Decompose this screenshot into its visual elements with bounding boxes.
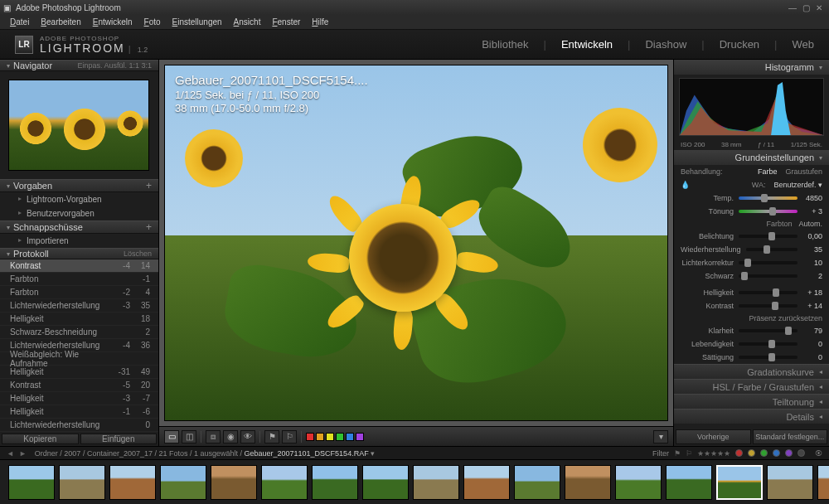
module-drucken[interactable]: Drucken (720, 38, 759, 51)
histogram-display[interactable] (679, 78, 824, 136)
maximize-icon[interactable]: ▢ (799, 3, 812, 12)
filter-star-icon[interactable]: ★★★★★ (697, 449, 730, 458)
panel-header-collapsed[interactable]: Teiltonung◂ (674, 394, 829, 409)
filmstrip[interactable] (0, 459, 829, 504)
navigator-zoom-options[interactable]: Einpas. Ausfül. 1:1 3:1 (77, 61, 152, 70)
color-label-swatch[interactable] (356, 433, 364, 441)
slider-helligkeit[interactable]: Helligkeit+ 18 (674, 286, 829, 299)
filmstrip-thumb[interactable] (8, 465, 55, 500)
histogram-header[interactable]: Histogramm▾ (674, 60, 829, 75)
slider-kontrast[interactable]: Kontrast+ 14 (674, 299, 829, 313)
minimize-icon[interactable]: — (786, 3, 799, 12)
module-bibliothek[interactable]: Bibliothek (482, 38, 528, 51)
compare-view-icon[interactable]: ◫ (182, 430, 196, 443)
color-label-swatch[interactable] (346, 433, 354, 441)
list-item[interactable]: Benutzervorgaben (0, 206, 158, 220)
menu-fenster[interactable]: Fenster (267, 16, 305, 28)
history-header[interactable]: ▾ Protokoll Löschen (0, 248, 158, 259)
slider-lichterkorrektur[interactable]: Lichterkorrektur10 (674, 256, 829, 269)
slider-schwarz[interactable]: Schwarz2 (674, 269, 829, 283)
history-row[interactable]: Lichterwiederherstellung0 (0, 419, 158, 432)
module-entwickeln[interactable]: Entwickeln (561, 38, 613, 51)
history-row[interactable]: Weißabgleich: Wie Aufnahme (0, 352, 158, 366)
filmstrip-thumb[interactable] (413, 465, 459, 500)
filmstrip-thumb[interactable] (817, 465, 829, 500)
filter-green[interactable] (760, 449, 768, 457)
filter-purple[interactable] (785, 449, 793, 457)
plus-icon[interactable]: + (146, 221, 152, 233)
filter-flag-icon[interactable]: ⚑ (674, 449, 681, 458)
menu-bearbeiten[interactable]: Bearbeiten (36, 16, 85, 28)
filmstrip-thumb[interactable] (109, 465, 156, 500)
menu-hilfe[interactable]: Hilfe (307, 16, 333, 28)
close-icon[interactable]: ✕ (812, 3, 826, 12)
filmstrip-thumb[interactable] (514, 465, 560, 500)
navigator-thumbnail[interactable] (0, 71, 158, 179)
filmstrip-thumb[interactable] (261, 465, 308, 500)
spot-icon[interactable]: ◉ (223, 430, 238, 443)
list-item[interactable]: Lightroom-Vorgaben (0, 192, 158, 206)
history-row[interactable]: Helligkeit-1-6 (0, 405, 158, 419)
history-row[interactable]: Helligkeit-3149 (0, 366, 158, 379)
slider-wiederherstellung[interactable]: Wiederherstellung35 (674, 243, 829, 256)
slider-klarheit[interactable]: Klarheit79 (674, 324, 829, 337)
menu-datei[interactable]: Datei (5, 16, 34, 28)
flag-icon[interactable]: ⚑ (264, 430, 279, 443)
history-clear[interactable]: Löschen (124, 250, 152, 258)
menu-einstellungen[interactable]: Einstellungen (167, 16, 227, 28)
history-row[interactable]: Kontrast-520 (0, 379, 158, 392)
history-row[interactable]: Helligkeit-3-7 (0, 392, 158, 405)
history-row[interactable]: Helligkeit18 (0, 313, 158, 326)
menu-ansicht[interactable]: Ansicht (229, 16, 266, 28)
basic-header[interactable]: Grundeinstellungen▾ (674, 150, 829, 165)
presence-reset[interactable]: Präsenz zurücksetzen (749, 314, 822, 322)
filmstrip-thumb[interactable] (211, 465, 257, 500)
reject-icon[interactable]: ⚐ (282, 430, 297, 443)
filter-flag-icon[interactable]: ⚐ (686, 449, 692, 458)
filmstrip-thumb[interactable] (767, 465, 813, 500)
temp-slider[interactable]: Temp.4850 (674, 191, 829, 205)
treatment-color[interactable]: Farbe (758, 167, 778, 176)
breadcrumb-path[interactable]: Ordner / 2007 / Container_2007_17 / 21 F… (35, 449, 242, 458)
presets-header[interactable]: ▾ Vorgaben + (0, 179, 158, 192)
slider-belichtung[interactable]: Belichtung0,00 (674, 230, 829, 243)
main-photo[interactable]: Gebauer_20071101_DSCF5154.... 1/125 Sek.… (164, 65, 668, 421)
history-row[interactable]: Farbton-1 (0, 273, 158, 286)
menu-entwickeln[interactable]: Entwickeln (88, 16, 138, 28)
slider-lebendigkeit[interactable]: Lebendigkeit0 (674, 337, 829, 351)
breadcrumb-file[interactable]: Gebauer_20071101_DSCF5154.RAF (245, 449, 369, 458)
redeye-icon[interactable]: 👁 (240, 430, 255, 443)
history-row[interactable]: Farbton-24 (0, 286, 158, 299)
panel-header-collapsed[interactable]: HSL / Farbe / Graustufen◂ (674, 379, 829, 394)
plus-icon[interactable]: + (146, 180, 152, 191)
auto-tone-button[interactable]: Autom. (798, 220, 822, 228)
previous-button[interactable]: Vorherige (676, 429, 751, 444)
module-web[interactable]: Web (793, 38, 815, 51)
module-diashow[interactable]: Diashow (645, 38, 686, 51)
tint-slider[interactable]: Tönung+ 3 (674, 205, 829, 218)
reset-button[interactable]: Standard festlegen... (753, 429, 828, 444)
color-label-swatch[interactable] (326, 433, 334, 441)
loupe-view-icon[interactable]: ▭ (164, 430, 179, 443)
filmstrip-thumb[interactable] (716, 465, 763, 500)
color-label-swatch[interactable] (306, 433, 314, 441)
menu-foto[interactable]: Foto (139, 16, 166, 28)
crop-icon[interactable]: ⧈ (206, 430, 221, 443)
snapshots-header[interactable]: ▾ Schnappschüsse + (0, 220, 158, 234)
slider-sättigung[interactable]: Sättigung0 (674, 351, 829, 364)
filmstrip-thumb[interactable] (160, 465, 206, 500)
filter-blue[interactable] (773, 449, 780, 457)
list-item[interactable]: Importieren (0, 234, 158, 248)
color-label-swatch[interactable] (336, 433, 344, 441)
filmstrip-thumb[interactable] (59, 465, 105, 500)
filmstrip-thumb[interactable] (362, 465, 409, 500)
filter-yellow[interactable] (748, 449, 755, 457)
panel-header-collapsed[interactable]: Gradationskurve◂ (674, 364, 829, 379)
filter-lock-icon[interactable]: ⦿ (815, 449, 822, 458)
wb-dropdown[interactable]: Benutzerdef. ▾ (773, 181, 822, 189)
panel-header-collapsed[interactable]: Details◂ (674, 409, 829, 424)
color-label-swatch[interactable] (316, 433, 324, 441)
treatment-grayscale[interactable]: Graustufen (785, 167, 822, 176)
filmstrip-thumb[interactable] (312, 465, 358, 500)
toolbar-menu-icon[interactable]: ▾ (653, 430, 668, 443)
